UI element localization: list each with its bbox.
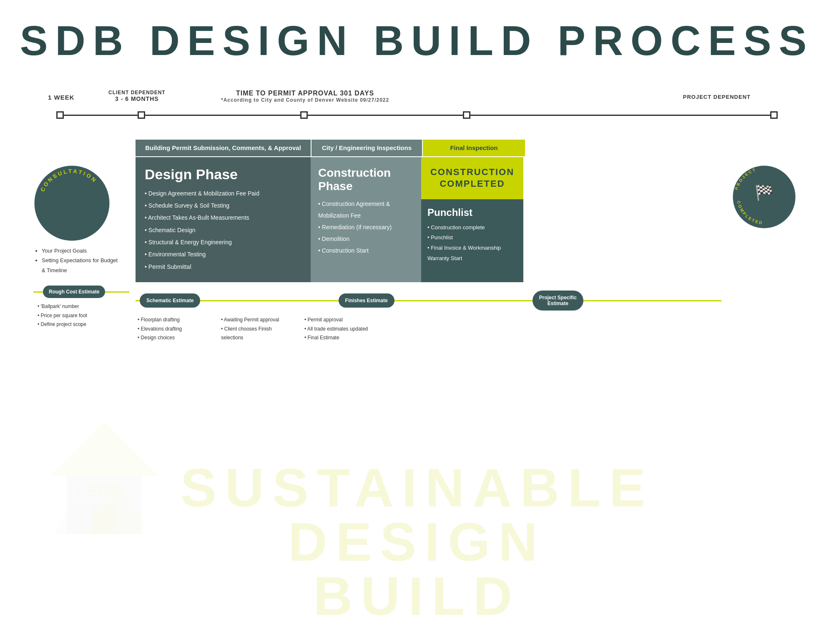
svg-point-0 — [35, 166, 110, 241]
punchlist-bullets: • Construction complete • Punchlist • Fi… — [427, 223, 517, 264]
right-panel: Building Permit Submission, Comments, & … — [136, 140, 721, 343]
timeline: 1 WEEK CLIENT DEPENDENT 3 - 6 MONTHS TIM… — [33, 90, 801, 131]
timeline-node-2 — [138, 111, 145, 119]
design-phase-box: Design Phase • Design Agreement & Mobili… — [136, 157, 311, 283]
construction-completed-box: CONSTRUCTION COMPLETED — [421, 157, 523, 199]
main-content: CONSULTATION Your Project Goals Setting … — [33, 140, 801, 343]
timeline-label-1week: 1 WEEK — [48, 94, 75, 101]
label-final-phase: Final Inspection — [423, 140, 525, 156]
construction-phase-title: Construction Phase — [318, 166, 414, 193]
timeline-label-permit: TIME TO PERMIT APPROVAL 301 DAYS *Accord… — [221, 90, 389, 103]
timeline-node-3 — [300, 111, 308, 119]
rough-cost-details: • 'Ballpark' number • Price per square f… — [33, 302, 129, 329]
construction-phase-box: Construction Phase • Construction Agreem… — [311, 157, 421, 283]
rough-cost-area: Rough Cost Estimate — [33, 286, 129, 298]
project-completed-area: 🏁 PROJECT COMPLETED — [732, 165, 801, 343]
bullet-goals: Your Project Goals — [42, 246, 121, 256]
construction-phase-bullets: • Construction Agreement & Mobilization … — [318, 198, 414, 256]
timeline-line — [58, 115, 776, 116]
estimates-row: Schematic Estimate Finishes Estimate Pro… — [136, 291, 721, 311]
timeline-node-4 — [463, 111, 470, 119]
timeline-label-project: PROJECT DEPENDENT — [683, 94, 751, 100]
svg-marker-6 — [50, 421, 158, 476]
project-completed-svg: 🏁 PROJECT COMPLETED — [732, 165, 796, 229]
estimates-details: • Floorplan drafting • Elevations drafti… — [136, 316, 721, 343]
project-completed-circle: 🏁 PROJECT COMPLETED — [732, 165, 796, 229]
timeline-node-1 — [56, 111, 64, 119]
phases-row: Design Phase • Design Agreement & Mobili… — [136, 157, 721, 283]
timeline-label-client: CLIENT DEPENDENT 3 - 6 MONTHS — [108, 90, 166, 102]
punchlist-title: Punchlist — [427, 207, 517, 218]
project-specific-details: • Permit approval • All trade estimates … — [302, 316, 377, 343]
finishes-details: • Awaiting Permit approval • Client choo… — [219, 316, 286, 343]
design-phase-bullets: • Design Agreement & Mobilization Fee Pa… — [145, 188, 301, 273]
left-panel: CONSULTATION Your Project Goals Setting … — [33, 140, 129, 343]
completed-title: CONSTRUCTION COMPLETED — [427, 166, 517, 190]
logo-watermark: SDB — [42, 413, 167, 561]
design-phase-title: Design Phase — [145, 166, 301, 183]
finishes-estimate-bubble: Finishes Estimate — [339, 293, 394, 308]
completed-area: CONSTRUCTION COMPLETED Punchlist • Const… — [421, 157, 523, 283]
consultation-bullets: Your Project Goals Setting Expectations … — [33, 246, 121, 275]
label-city-phase: City / Engineering Inspections — [311, 140, 422, 156]
timeline-node-5 — [770, 111, 778, 119]
punchlist-box: Punchlist • Construction complete • Punc… — [421, 199, 523, 283]
label-design-phase: Building Permit Submission, Comments, & … — [136, 140, 311, 156]
top-labels-row: Building Permit Submission, Comments, & … — [136, 140, 721, 156]
page-title: SDB DESIGN BUILD PROCESS — [0, 0, 834, 65]
schematic-details: • Floorplan drafting • Elevations drafti… — [136, 316, 186, 343]
rough-cost-bubble: Rough Cost Estimate — [43, 286, 105, 298]
svg-text:🏁: 🏁 — [755, 183, 774, 201]
schematic-estimate-bubble: Schematic Estimate — [140, 293, 200, 308]
consultation-circle-svg: CONSULTATION — [33, 165, 111, 242]
consultation-area: CONSULTATION — [33, 165, 111, 242]
bullet-expectations: Setting Expectations for Budget & Timeli… — [42, 256, 121, 275]
project-specific-estimate-bubble: Project SpecificEstimate — [533, 291, 583, 311]
